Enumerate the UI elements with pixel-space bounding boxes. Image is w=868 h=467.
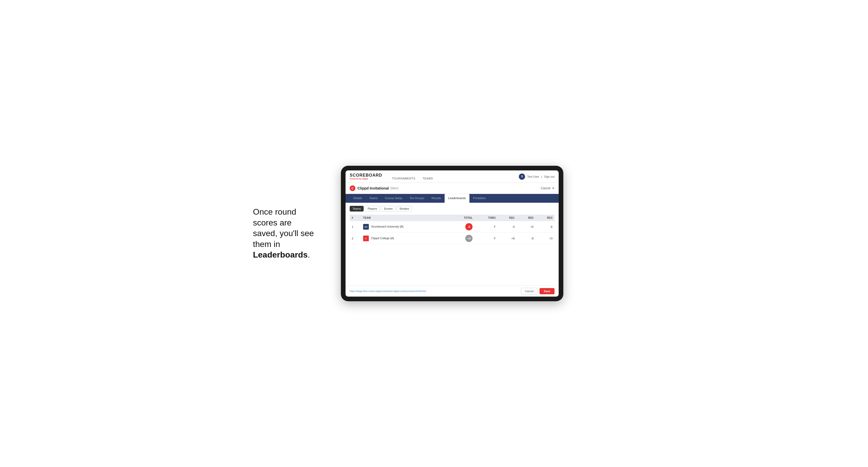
row2-total: +3 — [449, 233, 475, 244]
desc-line4: them in — [253, 240, 280, 249]
sub-tab-details[interactable]: Details — [350, 194, 366, 203]
cancel-button[interactable]: Cancel — [521, 288, 537, 294]
row1-total: -5 — [449, 221, 475, 233]
row1-team: SU Scoreboard University [A] — [361, 221, 449, 233]
row1-logo: SU — [363, 224, 369, 229]
sub-tab-leaderboards[interactable]: Leaderboards — [444, 194, 469, 203]
app-header: SCOREBOARD Powered by clippd TOURNAMENTS… — [345, 170, 559, 183]
leaderboard-table: # TEAM TOTAL THRU RD1 RD2 RD3 1 — [350, 215, 555, 244]
desc-line3: saved, you'll see — [253, 228, 314, 238]
row1-team-name: Scoreboard University [A] — [371, 225, 403, 228]
row2-rd3: +3 — [536, 233, 555, 244]
desc-line1: Once round — [253, 207, 296, 216]
url-bar: https://stage-blue-coach.stagescoreboard… — [350, 290, 426, 292]
row2-rd1: +8 — [498, 233, 517, 244]
content-area: Teams Players Scores Strokes # TEAM TOTA… — [345, 203, 559, 285]
logo-text: SCOREBOARD — [350, 173, 382, 178]
cancel-tournament[interactable]: Cancel ✕ — [541, 186, 555, 190]
row2-score-badge: +3 — [465, 235, 472, 242]
filter-btn-teams[interactable]: Teams — [350, 206, 364, 212]
table-row: 1 SU Scoreboard University [A] -5 F -4 +… — [350, 221, 555, 233]
col-rd3: RD3 — [536, 215, 555, 221]
desc-line2: scores are — [253, 218, 291, 227]
sub-tab-teams[interactable]: Teams — [366, 194, 381, 203]
tablet-screen: SCOREBOARD Powered by clippd TOURNAMENTS… — [345, 170, 559, 297]
table-header-row: # TEAM TOTAL THRU RD1 RD2 RD3 — [350, 215, 555, 221]
desc-line5-bold: Leaderboards — [253, 250, 308, 259]
sign-out-link[interactable]: Sign out — [544, 175, 555, 178]
filter-btn-players[interactable]: Players — [365, 206, 380, 212]
row1-rd1: -4 — [498, 221, 517, 233]
col-total: TOTAL — [449, 215, 475, 221]
row1-rd2: +5 — [517, 221, 536, 233]
app-footer: https://stage-blue-coach.stagescoreboard… — [345, 285, 559, 297]
app-nav-tabs: TOURNAMENTS TEAMS — [389, 170, 437, 183]
desc-line5-end: . — [308, 250, 310, 259]
filter-btn-strokes[interactable]: Strokes — [397, 206, 412, 212]
tournament-subtitle: (Men) — [390, 186, 398, 190]
table-row: 2 C Clippd College [A] +3 F +8 -8 +3 — [350, 233, 555, 244]
row2-team-name: Clippd College [A] — [371, 237, 394, 240]
tournament-icon: C — [350, 185, 355, 191]
sub-nav: Details Teams Course Setup Tee Groups Re… — [345, 194, 559, 203]
cancel-icon: ✕ — [552, 186, 555, 190]
filter-row: Teams Players Scores Strokes — [350, 206, 555, 212]
col-rank: # — [350, 215, 361, 221]
col-rd1: RD1 — [498, 215, 517, 221]
row1-thru: F — [475, 221, 498, 233]
logo-area: SCOREBOARD Powered by clippd — [350, 173, 382, 180]
tablet-frame: SCOREBOARD Powered by clippd TOURNAMENTS… — [341, 166, 563, 301]
cancel-label: Cancel — [541, 186, 550, 190]
logo-sub: Powered by clippd — [350, 178, 382, 180]
user-name: Test User — [527, 175, 539, 178]
filter-btn-scores[interactable]: Scores — [381, 206, 396, 212]
row1-rd3: -6 — [536, 221, 555, 233]
row2-rd2: -8 — [517, 233, 536, 244]
page-wrapper: Once round scores are saved, you'll see … — [253, 166, 615, 301]
user-avatar: S — [519, 174, 525, 180]
separator: | — [541, 175, 542, 178]
row2-thru: F — [475, 233, 498, 244]
sub-tab-results[interactable]: Results — [428, 194, 444, 203]
row1-score-badge: -5 — [465, 223, 472, 230]
row2-rank: 2 — [350, 233, 361, 244]
row2-logo: C — [363, 236, 369, 241]
left-description: Once round scores are saved, you'll see … — [253, 207, 326, 260]
col-rd2: RD2 — [517, 215, 536, 221]
row1-rank: 1 — [350, 221, 361, 233]
col-thru: THRU — [475, 215, 498, 221]
row2-team: C Clippd College [A] — [361, 233, 449, 244]
nav-tab-tournaments[interactable]: TOURNAMENTS — [389, 174, 419, 183]
header-right: S Test User | Sign out — [519, 174, 555, 180]
save-button[interactable]: Save — [539, 288, 555, 294]
sub-tab-tee-groups[interactable]: Tee Groups — [406, 194, 428, 203]
col-team: TEAM — [361, 215, 449, 221]
tournament-header: C Clippd Invitational (Men) Cancel ✕ — [345, 183, 559, 194]
sub-tab-printables[interactable]: Printables — [469, 194, 489, 203]
tournament-title: Clippd Invitational — [358, 186, 389, 190]
nav-tab-teams[interactable]: TEAMS — [419, 174, 437, 183]
sub-tab-course-setup[interactable]: Course Setup — [381, 194, 406, 203]
